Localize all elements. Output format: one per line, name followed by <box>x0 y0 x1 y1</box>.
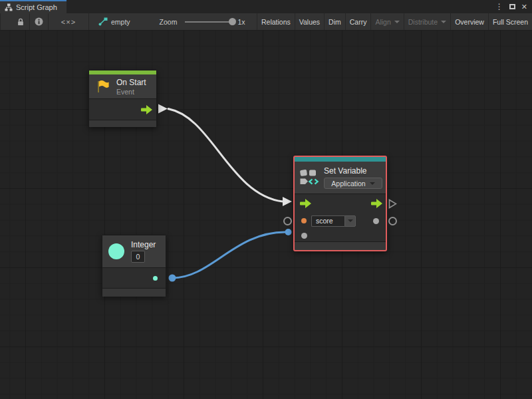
integer-icon <box>108 243 124 259</box>
on-start-node[interactable]: On Start Event <box>88 70 157 127</box>
carry-button[interactable]: Carry <box>345 13 371 30</box>
chevron-down-icon <box>370 182 375 185</box>
node-footer <box>89 120 156 127</box>
button-label: Dim <box>329 18 341 26</box>
distribute-button[interactable]: Distribute <box>404 13 450 30</box>
flow-output-connector[interactable] <box>388 199 397 211</box>
code-view-button[interactable]: <×> <box>49 13 88 30</box>
flow-output-port[interactable] <box>371 199 382 208</box>
value-output-port[interactable] <box>373 218 379 224</box>
value-connection[interactable] <box>169 229 292 282</box>
variables-icon <box>299 169 319 186</box>
node-ports <box>102 267 166 288</box>
graph-icon <box>5 3 13 11</box>
values-button[interactable]: Values <box>295 13 324 30</box>
node-titles: Set Variable Application <box>324 166 382 189</box>
script-graph-window: Script Graph ⋮ ✕ <×> <box>0 0 532 399</box>
node-title: Integer <box>131 240 156 249</box>
button-label: Relations <box>261 18 291 26</box>
value-port-row <box>295 229 386 242</box>
variable-name-port[interactable] <box>301 218 307 223</box>
graph-pointer-icon <box>98 17 108 26</box>
flow-input-port[interactable] <box>300 199 311 208</box>
tab-label: Script Graph <box>16 3 57 11</box>
graph-pointer-label: empty <box>111 18 130 26</box>
relations-button[interactable]: Relations <box>257 13 295 30</box>
window-controls: ⋮ ✕ <box>495 0 532 13</box>
node-footer <box>102 288 166 297</box>
value-input-port[interactable] <box>301 233 307 239</box>
align-button[interactable]: Align <box>370 13 403 30</box>
close-icon[interactable]: ✕ <box>521 3 527 11</box>
button-label: Overview <box>455 18 484 26</box>
node-header: On Start Event <box>89 74 156 98</box>
flow-connection[interactable] <box>158 104 292 207</box>
code-icon: <×> <box>61 18 76 26</box>
divider <box>0 13 1 30</box>
variable-name-value[interactable]: score <box>311 215 344 227</box>
node-ports <box>89 98 156 120</box>
chevron-down-icon <box>441 21 446 23</box>
toolbar-buttons: Relations Values Dim Carry Align Distrib… <box>257 13 532 30</box>
variable-name-dropdown-button[interactable] <box>344 215 356 227</box>
info-button[interactable] <box>30 13 48 30</box>
node-ports: score <box>295 194 386 241</box>
name-port-row: score <box>295 213 386 229</box>
node-title: Set Variable <box>324 166 382 176</box>
set-variable-node[interactable]: Set Variable Application <box>293 156 387 251</box>
name-input-connector[interactable] <box>283 217 292 225</box>
tab-script-graph[interactable]: Script Graph <box>0 0 66 13</box>
zoom-label: Zoom <box>160 18 178 26</box>
integer-node[interactable]: Integer 0 <box>102 235 166 296</box>
button-label: Full Screen <box>493 18 528 26</box>
node-footer <box>295 241 386 249</box>
overview-button[interactable]: Overview <box>450 13 488 30</box>
dim-button[interactable]: Dim <box>324 13 345 30</box>
variable-name-text: score <box>316 217 333 225</box>
button-label: Align <box>375 18 390 26</box>
graph-pointer[interactable]: empty <box>98 13 130 30</box>
node-titles: On Start Event <box>116 78 146 96</box>
node-title: On Start <box>116 78 146 87</box>
full-screen-button[interactable]: Full Screen <box>488 13 532 30</box>
maximize-icon[interactable] <box>509 4 515 9</box>
zoom-slider-knob[interactable] <box>229 18 236 25</box>
flag-icon <box>95 78 111 94</box>
button-label: Values <box>299 18 320 26</box>
integer-value-input[interactable]: 0 <box>131 251 145 263</box>
chevron-down-icon <box>394 21 400 23</box>
button-label: Distribute <box>408 18 438 26</box>
node-header: Integer 0 <box>102 235 166 267</box>
integer-value-text: 0 <box>136 253 140 261</box>
variable-color-strip <box>295 157 386 162</box>
zoom-control: Zoom 1x <box>160 13 245 30</box>
zoom-value: 1x <box>237 18 245 26</box>
info-icon <box>35 17 43 26</box>
toolbar: <×> empty Zoom 1x Relations Values <box>0 13 532 31</box>
lock-button[interactable] <box>12 13 29 30</box>
graph-canvas[interactable]: On Start Event <box>0 31 532 399</box>
zoom-slider[interactable] <box>185 21 234 23</box>
node-subtitle: Event <box>116 88 146 96</box>
flow-output-port[interactable] <box>141 105 152 114</box>
titlebar: Script Graph ⋮ ✕ <box>0 0 532 13</box>
flow-port-row <box>295 194 386 213</box>
scope-value: Application <box>331 180 365 188</box>
connections-layer <box>0 31 532 399</box>
button-label: Carry <box>350 18 367 26</box>
variable-scope-dropdown[interactable]: Application <box>324 178 382 189</box>
value-output-connector[interactable] <box>388 217 397 225</box>
node-header: Set Variable Application <box>295 162 386 194</box>
variable-name-field: score <box>311 215 356 227</box>
window-menu-icon[interactable]: ⋮ <box>495 3 503 11</box>
node-titles: Integer 0 <box>131 240 156 263</box>
divider <box>88 13 89 30</box>
lock-icon <box>17 17 25 27</box>
integer-output-port[interactable] <box>153 276 158 281</box>
chevron-down-icon <box>348 219 353 222</box>
